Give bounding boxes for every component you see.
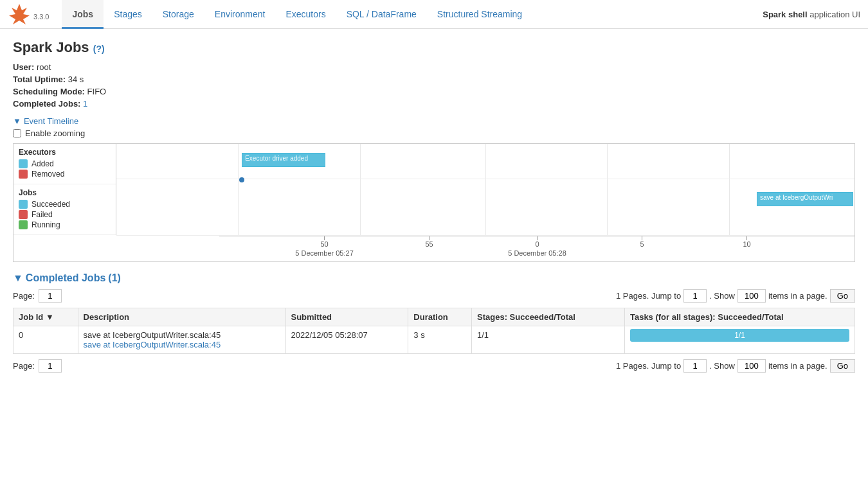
- app-name: Spark shell: [763, 10, 807, 19]
- cell-job-id: 0: [14, 326, 78, 354]
- cell-tasks: 1/1: [624, 326, 854, 354]
- description-link[interactable]: save at IcebergOutputWriter.scala:45: [84, 340, 280, 349]
- executor-legend-title: Executors: [19, 148, 111, 157]
- cell-description: save at IcebergOutputWriter.scala:45 sav…: [78, 326, 285, 354]
- col-job-id[interactable]: Job Id ▼: [14, 308, 78, 326]
- user-row: User: root: [13, 62, 855, 72]
- col-stages: Stages: Succeeded/Total: [472, 308, 625, 326]
- timeline-legend: Executors Added Removed Jobs Succeeded: [14, 144, 116, 235]
- navbar: 3.3.0 Jobs Stages Storage Environment Ex…: [0, 0, 868, 29]
- tasks-progress-bar: 1/1: [630, 329, 849, 342]
- completed-jobs-row: Completed Jobs: 1: [13, 99, 855, 109]
- completed-jobs-header[interactable]: ▼ Completed Jobs (1): [13, 272, 855, 284]
- nav-environment[interactable]: Environment: [204, 0, 276, 29]
- section-title: Completed Jobs: [26, 272, 105, 284]
- tick-3: 0 5 December 05:28: [537, 236, 538, 240]
- section-arrow: ▼: [13, 272, 23, 284]
- table-row: 0 save at IcebergOutputWriter.scala:45 s…: [14, 326, 855, 354]
- toggle-arrow: ▼: [13, 116, 21, 126]
- jobs-legend-section: Jobs Succeeded Failed Running: [14, 184, 116, 235]
- timeline-dot-executor: [239, 177, 244, 182]
- jobs-legend-title: Jobs: [19, 188, 111, 197]
- help-link[interactable]: (?): [93, 44, 105, 54]
- zoom-checkbox[interactable]: [13, 129, 21, 137]
- items-label-top: items in a page.: [768, 291, 827, 301]
- scheduling-label: Scheduling Mode:: [13, 87, 85, 96]
- gridline-5: [729, 144, 730, 179]
- cell-duration: 3 s: [408, 326, 472, 354]
- app-suffix: application UI: [809, 10, 860, 19]
- show-input-bottom[interactable]: [737, 359, 766, 373]
- cell-submitted: 2022/12/05 05:28:07: [285, 326, 408, 354]
- legend-added: Added: [19, 159, 111, 168]
- jobs-row: save at IcebergOutputWri: [116, 179, 854, 236]
- page-content: Spark Jobs (?) User: root Total Uptime: …: [0, 29, 868, 388]
- app-info: Spark shell application UI: [763, 10, 860, 19]
- legend-failed: Failed: [19, 210, 111, 219]
- col-description: Description: [78, 308, 285, 326]
- show-input-top[interactable]: [737, 289, 766, 303]
- gridline-1: [238, 144, 239, 179]
- failed-label: Failed: [32, 210, 53, 219]
- executor-added-event[interactable]: Executor driver added: [242, 153, 325, 167]
- user-value: root: [37, 62, 51, 72]
- pagination-right-bottom: 1 Pages. Jump to . Show items in a page.…: [616, 359, 855, 373]
- pagination-top: Page: 1 Pages. Jump to . Show items in a…: [13, 289, 855, 303]
- enable-zoom-row: Enable zooming: [13, 128, 855, 138]
- tasks-progress-fill: 1/1: [630, 329, 849, 342]
- col-duration: Duration: [408, 308, 472, 326]
- go-button-top[interactable]: Go: [830, 289, 855, 303]
- tick-1: 50 5 December 05:27: [324, 236, 325, 240]
- show-label-bottom: . Show: [709, 361, 735, 371]
- items-label-bottom: items in a page.: [768, 361, 827, 371]
- gridline-2: [360, 144, 361, 179]
- jobs-table: Job Id ▼ Description Submitted Duration …: [13, 308, 855, 354]
- timeline-rows: Executor driver added save at IcebergOut: [116, 144, 854, 236]
- timeline-chart-area: Executor driver added save at IcebergOut: [116, 144, 854, 261]
- gridline-3: [485, 144, 486, 179]
- pages-summary-top: 1 Pages. Jump to: [616, 291, 681, 301]
- nav-sql[interactable]: SQL / DataFrame: [336, 0, 427, 29]
- event-timeline-toggle[interactable]: ▼ Event Timeline: [13, 116, 855, 126]
- time-label-55: 55: [425, 240, 433, 248]
- jump-to-input-top[interactable]: [683, 289, 707, 303]
- tick-2: 55: [429, 236, 429, 240]
- nav-executors[interactable]: Executors: [275, 0, 336, 29]
- section-count: (1): [108, 272, 121, 284]
- page-label-bottom: Page:: [13, 361, 35, 371]
- legend-running: Running: [19, 220, 111, 229]
- user-label: User:: [13, 62, 34, 72]
- nav-storage[interactable]: Storage: [152, 0, 204, 29]
- running-label: Running: [32, 220, 60, 229]
- tick-4: 5: [642, 236, 642, 240]
- timeline-container: Executors Added Removed Jobs Succeeded: [13, 143, 855, 262]
- page-input-bottom[interactable]: [39, 359, 62, 373]
- page-label-top: Page:: [13, 291, 35, 301]
- completed-jobs-label: Completed Jobs:: [13, 99, 80, 109]
- scheduling-value: FIFO: [87, 87, 107, 96]
- added-color: [19, 159, 28, 168]
- executor-legend-section: Executors Added Removed: [14, 144, 116, 184]
- job-event[interactable]: save at IcebergOutputWri: [757, 192, 853, 206]
- pages-summary-bottom: 1 Pages. Jump to: [616, 361, 681, 371]
- jump-to-input-bottom[interactable]: [683, 359, 707, 373]
- nav-streaming[interactable]: Structured Streaming: [427, 0, 532, 29]
- gridline-j3: [485, 179, 486, 235]
- brand: 3.3.0: [8, 3, 49, 26]
- completed-jobs-link[interactable]: 1: [83, 99, 87, 109]
- removed-label: Removed: [32, 170, 64, 179]
- go-button-bottom[interactable]: Go: [830, 359, 855, 373]
- nav-jobs[interactable]: Jobs: [62, 0, 104, 29]
- running-color: [19, 220, 28, 229]
- pagination-right-top: 1 Pages. Jump to . Show items in a page.…: [616, 289, 855, 303]
- nav-stages[interactable]: Stages: [104, 0, 152, 29]
- col-tasks: Tasks (for all stages): Succeeded/Total: [624, 308, 854, 326]
- failed-color: [19, 210, 28, 219]
- gridline-j4: [607, 179, 608, 235]
- legend-succeeded: Succeeded: [19, 200, 111, 209]
- legend-removed: Removed: [19, 170, 111, 179]
- page-input-top[interactable]: [39, 289, 62, 303]
- time-axis: 50 5 December 05:27 55 0 5 December 05:2…: [219, 236, 854, 261]
- gridline-j1: [238, 179, 239, 235]
- pagination-bottom: Page: 1 Pages. Jump to . Show items in a…: [13, 359, 855, 373]
